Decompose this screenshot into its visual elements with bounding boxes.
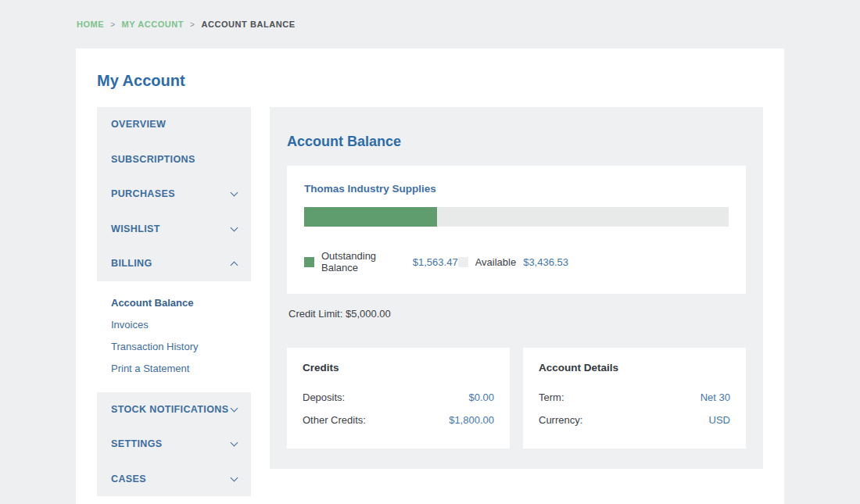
details-row-currency: Currency: USD <box>539 409 730 431</box>
available-value: $3,436.53 <box>523 256 568 268</box>
progress-fill <box>304 207 437 227</box>
breadcrumb-current: ACCOUNT BALANCE <box>201 20 295 29</box>
row-label: Deposits: <box>303 391 345 403</box>
row-label: Currency: <box>539 414 582 426</box>
breadcrumb-separator-icon: > <box>190 20 195 29</box>
breadcrumb-my-account[interactable]: MY ACCOUNT <box>122 20 184 29</box>
sidebar-item-overview[interactable]: OVERVIEW <box>97 107 251 142</box>
available-label: Available <box>475 256 517 268</box>
balance-card: Thomas Industry Supplies Outstanding Bal… <box>287 166 746 294</box>
sidebar-item-stock-notifications[interactable]: STOCK NOTIFICATIONS <box>97 392 251 427</box>
company-name: Thomas Industry Supplies <box>304 183 729 195</box>
sidebar-item-label: SUBSCRIPTIONS <box>111 154 195 165</box>
chevron-down-icon <box>231 439 238 447</box>
chevron-down-icon <box>231 189 238 197</box>
balance-progress-bar <box>304 207 729 227</box>
sidebar-item-billing[interactable]: BILLING <box>97 246 251 281</box>
breadcrumb-separator-icon: > <box>110 20 115 29</box>
outstanding-label: Outstanding Balance <box>321 250 406 273</box>
section-title: Account Balance <box>287 134 746 150</box>
content-panel: My Account OVERVIEW SUBSCRIPTIONS PURCHA… <box>76 48 784 504</box>
row-label: Term: <box>539 391 564 403</box>
sidebar-item-purchases[interactable]: PURCHASES <box>97 177 251 212</box>
chevron-up-icon <box>231 261 238 269</box>
sidebar-item-label: BILLING <box>111 258 152 269</box>
available-swatch-icon <box>458 257 468 267</box>
outstanding-swatch-icon <box>304 257 314 267</box>
row-value: $0.00 <box>468 391 494 403</box>
sidebar-group-bottom: STOCK NOTIFICATIONS SETTINGS CASES <box>97 392 251 497</box>
sidebar-item-subscriptions[interactable]: SUBSCRIPTIONS <box>97 142 251 177</box>
details-row-term: Term: Net 30 <box>539 386 730 409</box>
account-balance-section: Account Balance Thomas Industry Supplies… <box>270 107 763 469</box>
row-value: $1,800.00 <box>449 414 494 426</box>
account-sidebar: OVERVIEW SUBSCRIPTIONS PURCHASES WISHLIS… <box>97 107 251 496</box>
breadcrumb: HOME > MY ACCOUNT > ACCOUNT BALANCE <box>77 20 296 29</box>
legend-outstanding: Outstanding Balance $1,563.47 <box>304 250 458 273</box>
sidebar-item-label: WISHLIST <box>111 223 160 234</box>
billing-submenu: Account Balance Invoices Transaction His… <box>97 281 251 392</box>
sidebar-group-top: OVERVIEW SUBSCRIPTIONS PURCHASES WISHLIS… <box>97 107 251 281</box>
balance-legend: Outstanding Balance $1,563.47 Available … <box>304 250 729 273</box>
row-label: Other Credits: <box>303 414 366 426</box>
account-details-card-title: Account Details <box>539 362 730 374</box>
sidebar-item-wishlist[interactable]: WISHLIST <box>97 212 251 247</box>
sidebar-item-label: SETTINGS <box>111 438 163 449</box>
sidebar-item-label: STOCK NOTIFICATIONS <box>111 404 228 415</box>
chevron-down-icon <box>231 223 238 231</box>
row-value: Net 30 <box>701 391 730 403</box>
credits-card: Credits Deposits: $0.00 Other Credits: $… <box>287 348 510 449</box>
legend-available: Available $3,436.53 <box>458 256 568 268</box>
account-details-card: Account Details Term: Net 30 Currency: U… <box>523 348 746 449</box>
outstanding-value: $1,563.47 <box>413 256 458 268</box>
sidebar-item-account-balance[interactable]: Account Balance <box>111 292 237 314</box>
chevron-down-icon <box>231 474 238 481</box>
row-value: USD <box>709 414 730 426</box>
sidebar-item-settings[interactable]: SETTINGS <box>97 427 251 462</box>
sidebar-item-label: CASES <box>111 474 146 484</box>
sidebar-item-transaction-history[interactable]: Transaction History <box>111 336 237 358</box>
sidebar-item-print-a-statement[interactable]: Print a Statement <box>111 358 237 380</box>
credit-limit-text: Credit Limit: $5,000.00 <box>288 308 746 320</box>
credits-card-title: Credits <box>303 362 494 374</box>
credits-row-other-credits: Other Credits: $1,800.00 <box>303 409 494 431</box>
sidebar-item-cases[interactable]: CASES <box>97 462 251 497</box>
sidebar-item-label: PURCHASES <box>111 188 175 199</box>
chevron-down-icon <box>231 404 238 412</box>
page-title: My Account <box>97 72 763 90</box>
sidebar-item-invoices[interactable]: Invoices <box>111 314 237 336</box>
sidebar-item-label: OVERVIEW <box>111 119 166 130</box>
credits-row-deposits: Deposits: $0.00 <box>303 386 494 409</box>
breadcrumb-home[interactable]: HOME <box>77 20 104 29</box>
